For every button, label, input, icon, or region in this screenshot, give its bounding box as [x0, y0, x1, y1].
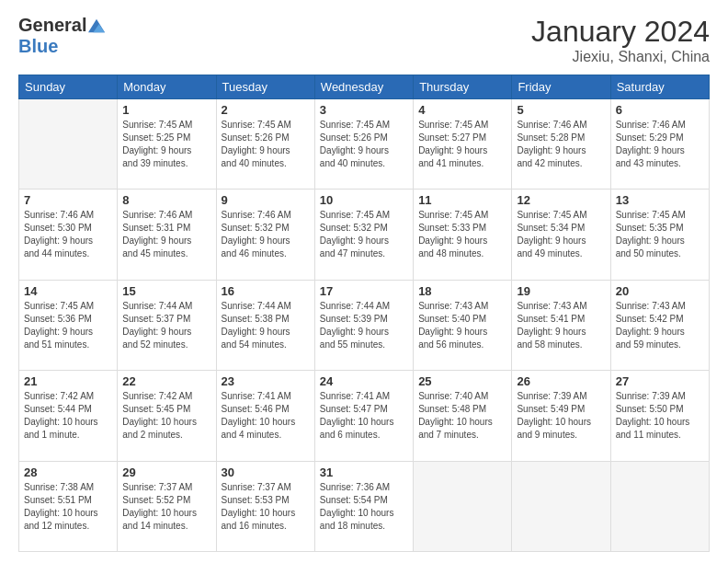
day-info: Sunrise: 7:37 AMSunset: 5:53 PMDaylight:…	[222, 481, 310, 533]
day-info: Sunrise: 7:43 AMSunset: 5:40 PMDaylight:…	[418, 300, 506, 351]
calendar-cell: 24Sunrise: 7:41 AMSunset: 5:47 PMDayligh…	[314, 371, 413, 461]
calendar-cell: 20Sunrise: 7:43 AMSunset: 5:42 PMDayligh…	[610, 280, 709, 370]
header-sunday: Sunday	[19, 75, 118, 99]
calendar-cell	[414, 461, 512, 551]
day-number: 25	[418, 374, 506, 388]
calendar-cell: 17Sunrise: 7:44 AMSunset: 5:39 PMDayligh…	[314, 280, 413, 370]
day-info: Sunrise: 7:41 AMSunset: 5:46 PMDaylight:…	[222, 390, 310, 442]
day-info: Sunrise: 7:45 AMSunset: 5:36 PMDaylight:…	[24, 300, 112, 351]
day-number: 22	[122, 374, 210, 388]
day-info: Sunrise: 7:40 AMSunset: 5:48 PMDaylight:…	[418, 390, 506, 442]
calendar-cell: 15Sunrise: 7:44 AMSunset: 5:37 PMDayligh…	[118, 280, 216, 370]
day-info: Sunrise: 7:39 AMSunset: 5:49 PMDaylight:…	[517, 390, 605, 442]
day-number: 3	[320, 103, 408, 117]
day-info: Sunrise: 7:43 AMSunset: 5:41 PMDaylight:…	[517, 300, 605, 351]
page: General Blue January 2024 Jiexiu, Shanxi…	[0, 0, 728, 563]
day-info: Sunrise: 7:37 AMSunset: 5:52 PMDaylight:…	[122, 481, 210, 533]
day-number: 19	[517, 284, 605, 298]
day-info: Sunrise: 7:45 AMSunset: 5:33 PMDaylight:…	[418, 209, 506, 260]
day-number: 29	[122, 465, 210, 479]
title-section: January 2024 Jiexiu, Shanxi, China	[531, 15, 710, 65]
day-number: 24	[320, 374, 408, 388]
day-info: Sunrise: 7:45 AMSunset: 5:26 PMDaylight:…	[222, 119, 310, 170]
header: General Blue January 2024 Jiexiu, Shanxi…	[18, 15, 710, 65]
day-info: Sunrise: 7:44 AMSunset: 5:38 PMDaylight:…	[222, 300, 310, 351]
calendar-cell: 16Sunrise: 7:44 AMSunset: 5:38 PMDayligh…	[216, 280, 314, 370]
day-number: 10	[320, 193, 408, 207]
calendar-cell: 13Sunrise: 7:45 AMSunset: 5:35 PMDayligh…	[610, 190, 709, 280]
header-monday: Monday	[118, 75, 216, 99]
day-number: 23	[222, 374, 310, 388]
day-info: Sunrise: 7:44 AMSunset: 5:39 PMDaylight:…	[320, 300, 408, 351]
day-number: 20	[616, 284, 704, 298]
day-info: Sunrise: 7:42 AMSunset: 5:44 PMDaylight:…	[24, 390, 112, 442]
calendar-cell: 12Sunrise: 7:45 AMSunset: 5:34 PMDayligh…	[512, 190, 610, 280]
calendar-cell: 21Sunrise: 7:42 AMSunset: 5:44 PMDayligh…	[19, 371, 118, 461]
calendar: Sunday Monday Tuesday Wednesday Thursday…	[18, 75, 710, 552]
day-info: Sunrise: 7:43 AMSunset: 5:42 PMDaylight:…	[616, 300, 704, 351]
day-number: 12	[517, 193, 605, 207]
calendar-cell: 14Sunrise: 7:45 AMSunset: 5:36 PMDayligh…	[19, 280, 118, 370]
logo-blue-text: Blue	[18, 36, 58, 57]
calendar-cell	[610, 461, 709, 551]
day-info: Sunrise: 7:41 AMSunset: 5:47 PMDaylight:…	[320, 390, 408, 442]
calendar-cell: 3Sunrise: 7:45 AMSunset: 5:26 PMDaylight…	[314, 99, 413, 190]
day-number: 8	[122, 193, 210, 207]
day-number: 15	[122, 284, 210, 298]
day-number: 18	[418, 284, 506, 298]
day-info: Sunrise: 7:45 AMSunset: 5:27 PMDaylight:…	[418, 119, 506, 170]
calendar-cell: 4Sunrise: 7:45 AMSunset: 5:27 PMDaylight…	[414, 99, 512, 190]
calendar-cell	[512, 461, 610, 551]
day-number: 11	[418, 193, 506, 207]
day-number: 9	[222, 193, 310, 207]
calendar-cell: 10Sunrise: 7:45 AMSunset: 5:32 PMDayligh…	[314, 190, 413, 280]
calendar-cell: 25Sunrise: 7:40 AMSunset: 5:48 PMDayligh…	[414, 371, 512, 461]
header-wednesday: Wednesday	[314, 75, 413, 99]
day-info: Sunrise: 7:39 AMSunset: 5:50 PMDaylight:…	[616, 390, 704, 442]
calendar-cell: 2Sunrise: 7:45 AMSunset: 5:26 PMDaylight…	[216, 99, 314, 190]
day-info: Sunrise: 7:42 AMSunset: 5:45 PMDaylight:…	[122, 390, 210, 442]
week-row-2: 14Sunrise: 7:45 AMSunset: 5:36 PMDayligh…	[19, 280, 710, 370]
day-number: 30	[222, 465, 310, 479]
header-friday: Friday	[512, 75, 610, 99]
calendar-cell: 11Sunrise: 7:45 AMSunset: 5:33 PMDayligh…	[414, 190, 512, 280]
day-info: Sunrise: 7:46 AMSunset: 5:29 PMDaylight:…	[616, 119, 704, 170]
logo: General Blue	[18, 15, 105, 57]
day-number: 1	[122, 103, 210, 117]
calendar-cell: 7Sunrise: 7:46 AMSunset: 5:30 PMDaylight…	[19, 190, 118, 280]
day-info: Sunrise: 7:46 AMSunset: 5:30 PMDaylight:…	[24, 209, 112, 260]
logo-general-text: General	[18, 15, 86, 36]
day-number: 21	[24, 374, 112, 388]
day-info: Sunrise: 7:46 AMSunset: 5:28 PMDaylight:…	[517, 119, 605, 170]
calendar-cell: 28Sunrise: 7:38 AMSunset: 5:51 PMDayligh…	[19, 461, 118, 551]
header-saturday: Saturday	[610, 75, 709, 99]
day-number: 4	[418, 103, 506, 117]
day-info: Sunrise: 7:36 AMSunset: 5:54 PMDaylight:…	[320, 481, 408, 533]
day-info: Sunrise: 7:44 AMSunset: 5:37 PMDaylight:…	[122, 300, 210, 351]
calendar-cell	[19, 99, 118, 190]
day-info: Sunrise: 7:45 AMSunset: 5:26 PMDaylight:…	[320, 119, 408, 170]
calendar-cell: 8Sunrise: 7:46 AMSunset: 5:31 PMDaylight…	[118, 190, 216, 280]
day-info: Sunrise: 7:46 AMSunset: 5:32 PMDaylight:…	[222, 209, 310, 260]
day-number: 5	[517, 103, 605, 117]
calendar-cell: 30Sunrise: 7:37 AMSunset: 5:53 PMDayligh…	[216, 461, 314, 551]
week-row-4: 28Sunrise: 7:38 AMSunset: 5:51 PMDayligh…	[19, 461, 710, 551]
calendar-cell: 27Sunrise: 7:39 AMSunset: 5:50 PMDayligh…	[610, 371, 709, 461]
calendar-cell: 19Sunrise: 7:43 AMSunset: 5:41 PMDayligh…	[512, 280, 610, 370]
day-number: 28	[24, 465, 112, 479]
calendar-cell: 6Sunrise: 7:46 AMSunset: 5:29 PMDaylight…	[610, 99, 709, 190]
header-tuesday: Tuesday	[216, 75, 314, 99]
day-number: 17	[320, 284, 408, 298]
calendar-cell: 9Sunrise: 7:46 AMSunset: 5:32 PMDaylight…	[216, 190, 314, 280]
calendar-cell: 5Sunrise: 7:46 AMSunset: 5:28 PMDaylight…	[512, 99, 610, 190]
calendar-cell: 26Sunrise: 7:39 AMSunset: 5:49 PMDayligh…	[512, 371, 610, 461]
week-row-3: 21Sunrise: 7:42 AMSunset: 5:44 PMDayligh…	[19, 371, 710, 461]
day-info: Sunrise: 7:45 AMSunset: 5:32 PMDaylight:…	[320, 209, 408, 260]
header-thursday: Thursday	[414, 75, 512, 99]
calendar-cell: 23Sunrise: 7:41 AMSunset: 5:46 PMDayligh…	[216, 371, 314, 461]
calendar-cell: 18Sunrise: 7:43 AMSunset: 5:40 PMDayligh…	[414, 280, 512, 370]
location: Jiexiu, Shanxi, China	[531, 49, 710, 65]
calendar-cell: 1Sunrise: 7:45 AMSunset: 5:25 PMDaylight…	[118, 99, 216, 190]
day-info: Sunrise: 7:46 AMSunset: 5:31 PMDaylight:…	[122, 209, 210, 260]
day-number: 27	[616, 374, 704, 388]
